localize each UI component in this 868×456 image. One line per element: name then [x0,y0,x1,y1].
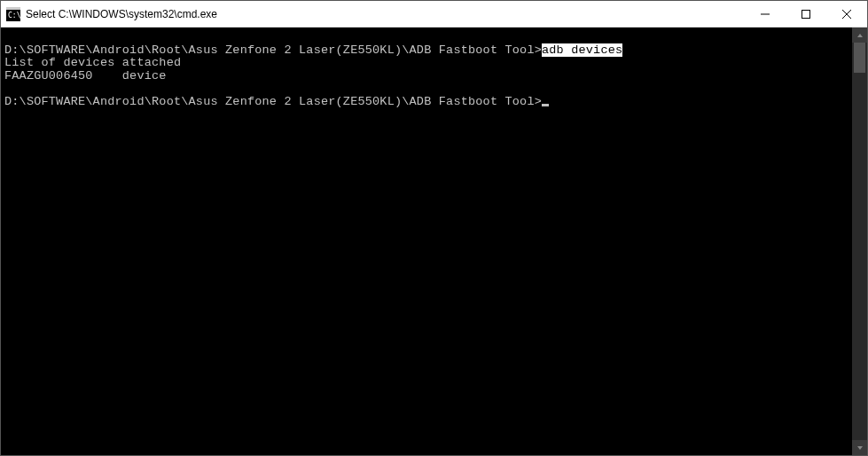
console-area: D:\SOFTWARE\Android\Root\Asus Zenfone 2 … [1,28,867,455]
selected-command[interactable]: adb devices [542,43,622,57]
scrollbar-track[interactable] [852,43,867,440]
output-line-2: FAAZGU006450 device [4,69,167,83]
svg-rect-1 [6,7,20,10]
scroll-down-button[interactable] [852,440,867,455]
maximize-button[interactable] [786,1,826,27]
svg-marker-8 [857,446,863,450]
svg-text:C:\: C:\ [8,12,20,20]
terminal[interactable]: D:\SOFTWARE\Android\Root\Asus Zenfone 2 … [1,28,852,455]
prompt-line-1: D:\SOFTWARE\Android\Root\Asus Zenfone 2 … [4,43,542,57]
cursor [542,104,549,106]
output-line-1: List of devices attached [4,56,181,69]
cmd-icon: C:\ [6,7,20,21]
scroll-up-button[interactable] [852,28,867,43]
window-controls [745,1,867,27]
minimize-button[interactable] [745,1,786,27]
titlebar[interactable]: C:\ Select C:\WINDOWS\system32\cmd.exe [1,1,867,28]
cmd-window: C:\ Select C:\WINDOWS\system32\cmd.exe D… [0,0,868,456]
svg-rect-4 [802,10,810,18]
vertical-scrollbar[interactable] [852,28,867,455]
prompt-line-2: D:\SOFTWARE\Android\Root\Asus Zenfone 2 … [4,95,542,108]
svg-marker-7 [857,34,863,37]
scrollbar-thumb[interactable] [854,43,865,73]
close-button[interactable] [826,1,867,27]
window-title: Select C:\WINDOWS\system32\cmd.exe [26,8,745,20]
